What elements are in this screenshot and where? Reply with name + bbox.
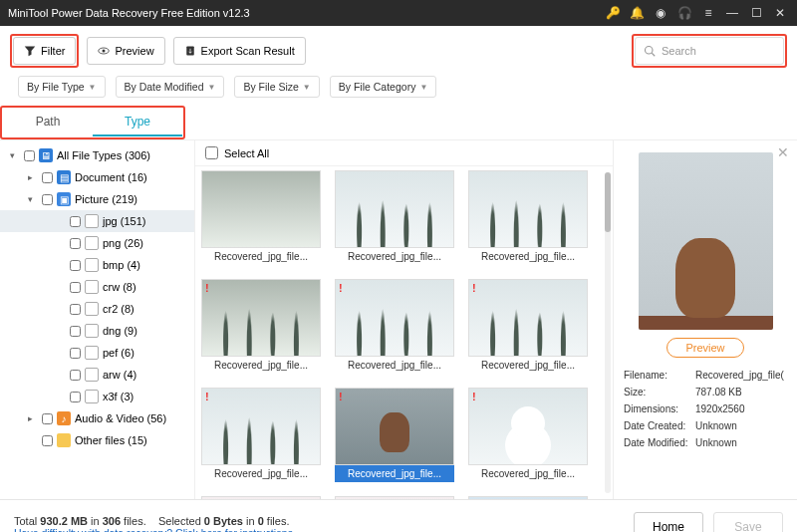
tree-all-file-types[interactable]: ▾ 🖥 All File Types (306) [0, 144, 194, 166]
key-icon[interactable]: 🔑 [604, 4, 622, 22]
file-card[interactable]: !Recovered_jpg_file... [335, 388, 454, 482]
tab-path[interactable]: Path [3, 109, 93, 136]
search-placeholder: Search [662, 45, 696, 57]
close-preview-icon[interactable]: ✕ [777, 144, 789, 160]
tree-picture[interactable]: ▾ ▣ Picture (219) [0, 188, 194, 210]
chip-file-category[interactable]: By File Category▼ [330, 76, 437, 98]
scrollbar[interactable] [605, 172, 611, 493]
file-thumbnail[interactable]: ! [468, 279, 588, 357]
chevron-down-icon: ▼ [303, 83, 311, 92]
menu-icon[interactable]: ≡ [699, 4, 717, 22]
tree-picture-child[interactable]: bmp (4) [0, 254, 194, 276]
export-button[interactable]: Export Scan Result [173, 37, 306, 65]
tree-checkbox[interactable] [42, 413, 53, 424]
preview-action-button[interactable]: Preview [666, 338, 743, 358]
file-thumbnail[interactable] [201, 170, 321, 248]
file-thumbnail[interactable]: ! [468, 496, 588, 499]
meta-created-key: Date Created: [624, 420, 695, 431]
export-label: Export Scan Result [201, 45, 295, 57]
chevron-right-icon[interactable]: ▸ [28, 413, 38, 423]
save-button[interactable]: Save [713, 512, 783, 533]
tree-checkbox[interactable] [70, 326, 81, 337]
tree-label: All File Types (306) [57, 149, 150, 161]
file-card[interactable]: !Recovered_jpg_file... [468, 388, 588, 482]
file-caption: Recovered_jpg_file... [201, 248, 321, 265]
tree-picture-child[interactable]: dng (9) [0, 320, 194, 342]
help-link[interactable]: Have difficulty with data recovery? Clic… [14, 527, 296, 533]
tree-checkbox[interactable] [70, 348, 81, 359]
titlebar: MiniTool Power Data Recovery Free Editio… [0, 0, 797, 26]
tree-checkbox[interactable] [42, 435, 53, 446]
tree-checkbox[interactable] [42, 194, 53, 205]
chip-file-size[interactable]: By File Size▼ [234, 76, 319, 98]
tree-picture-child[interactable]: arw (4) [0, 364, 194, 386]
file-card[interactable]: Recovered_jpg_file... [201, 170, 321, 265]
tree-checkbox[interactable] [24, 150, 35, 161]
tree-checkbox[interactable] [70, 392, 81, 402]
tree-checkbox[interactable] [70, 260, 81, 271]
preview-button[interactable]: Preview [87, 37, 164, 65]
tree-label: Audio & Video (56) [75, 412, 166, 424]
file-card[interactable]: ! [468, 496, 588, 499]
minimize-icon[interactable]: — [723, 4, 741, 22]
file-thumbnail[interactable] [335, 170, 454, 248]
chevron-down-icon[interactable]: ▾ [28, 194, 38, 204]
file-card[interactable]: !Recovered_jpg_file... [201, 388, 321, 482]
status-text: Total 930.2 MB in 306 files. Selected 0 … [14, 515, 296, 533]
chip-date-modified[interactable]: By Date Modified▼ [116, 76, 225, 98]
tree-picture-child[interactable]: pef (6) [0, 342, 194, 364]
file-card[interactable]: !Recovered_jpg_file... [335, 279, 454, 374]
file-card[interactable]: !Recovered_jpg_file... [468, 279, 588, 374]
maximize-icon[interactable]: ☐ [747, 4, 765, 22]
chevron-down-icon[interactable]: ▾ [10, 150, 20, 160]
tree-checkbox[interactable] [70, 238, 81, 249]
file-thumbnail[interactable]: ! [201, 496, 321, 499]
statusbar: Total 930.2 MB in 306 files. Selected 0 … [0, 499, 797, 532]
tree-label: crw (8) [103, 281, 136, 293]
preview-metadata: Filename:Recovered_jpg_file( Size:787.08… [624, 370, 787, 448]
tab-type[interactable]: Type [93, 109, 182, 136]
file-caption: Recovered_jpg_file... [335, 465, 454, 482]
file-thumbnail[interactable]: ! [468, 388, 588, 465]
tree-document[interactable]: ▸ ▤ Document (16) [0, 166, 194, 188]
globe-icon[interactable]: ◉ [652, 4, 669, 22]
preview-label: Preview [115, 45, 153, 57]
meta-filename-val: Recovered_jpg_file( [695, 370, 787, 381]
tree-checkbox[interactable] [42, 172, 53, 183]
file-card[interactable]: ! [201, 496, 321, 499]
home-button[interactable]: Home [634, 512, 703, 533]
file-thumbnail[interactable]: ! [201, 279, 321, 357]
file-thumbnail[interactable]: ! [201, 388, 321, 465]
file-card[interactable]: Recovered_jpg_file... [468, 170, 588, 265]
tree-picture-child[interactable]: cr2 (8) [0, 298, 194, 320]
chevron-right-icon[interactable]: ▸ [28, 172, 38, 182]
search-input[interactable]: Search [635, 37, 784, 65]
file-icon [85, 368, 99, 382]
chip-file-type[interactable]: By File Type▼ [18, 76, 106, 98]
file-card[interactable]: !Recovered_jpg_file... [201, 279, 321, 374]
file-card[interactable]: ! [335, 496, 454, 499]
tree-checkbox[interactable] [70, 370, 81, 381]
tree-picture-child[interactable]: png (26) [0, 232, 194, 254]
tree-other-files[interactable]: Other files (15) [0, 429, 194, 451]
select-all-checkbox[interactable] [205, 146, 218, 159]
tree-checkbox[interactable] [70, 304, 81, 315]
tree-audio-video[interactable]: ▸ ♪ Audio & Video (56) [0, 407, 194, 429]
tree-checkbox[interactable] [70, 216, 81, 227]
filter-button[interactable]: Filter [13, 37, 76, 65]
tree-picture-child[interactable]: crw (8) [0, 276, 194, 298]
tree-checkbox[interactable] [70, 282, 81, 293]
scrollbar-thumb[interactable] [605, 172, 611, 232]
file-card[interactable]: Recovered_jpg_file... [335, 170, 454, 265]
close-icon[interactable]: ✕ [771, 4, 789, 22]
tree-picture-child[interactable]: jpg (151) [0, 210, 194, 232]
file-thumbnail[interactable] [468, 170, 588, 248]
chevron-down-icon: ▼ [207, 83, 215, 92]
warning-icon: ! [205, 282, 209, 294]
file-thumbnail[interactable]: ! [335, 279, 454, 357]
headset-icon[interactable]: 🎧 [675, 4, 693, 22]
tree-picture-child[interactable]: x3f (3) [0, 386, 194, 407]
file-thumbnail[interactable]: ! [335, 496, 454, 499]
bell-icon[interactable]: 🔔 [628, 4, 646, 22]
file-thumbnail[interactable]: ! [335, 388, 454, 465]
